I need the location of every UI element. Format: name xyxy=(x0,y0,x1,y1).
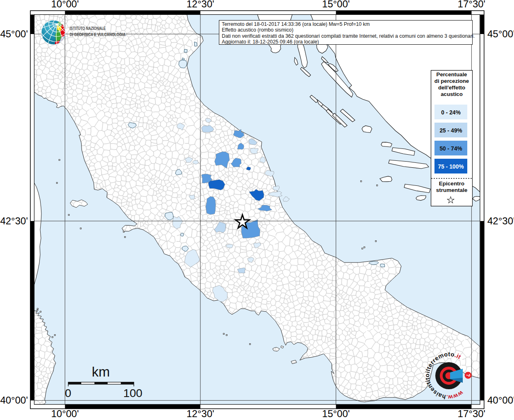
svg-text:15°00': 15°00' xyxy=(322,0,350,9)
svg-text:Effetto acustico (rombo sismic: Effetto acustico (rombo sismico) xyxy=(222,27,293,33)
svg-text:42°30': 42°30' xyxy=(0,215,28,226)
svg-text:40°00': 40°00' xyxy=(0,395,28,406)
svg-text:Dati non verificati estratti d: Dati non verificati estratti da 362 ques… xyxy=(222,33,475,39)
svg-text:15°00': 15°00' xyxy=(322,408,350,419)
svg-text:0: 0 xyxy=(65,387,71,399)
svg-text:dell'effetto: dell'effetto xyxy=(438,84,465,91)
svg-text:km: km xyxy=(92,364,110,379)
svg-text:Epicentro: Epicentro xyxy=(439,180,464,187)
svg-text:di percezione: di percezione xyxy=(434,78,469,84)
svg-text:40°00': 40°00' xyxy=(487,395,514,406)
svg-text:50 - 74%: 50 - 74% xyxy=(439,146,462,152)
svg-text:0 - 24%: 0 - 24% xyxy=(441,110,461,116)
svg-text:ISTITUTO NAZIONALE: ISTITUTO NAZIONALE xyxy=(70,26,106,31)
svg-text:10°00': 10°00' xyxy=(51,408,79,419)
svg-text:12°30': 12°30' xyxy=(186,408,214,419)
svg-text:45°00': 45°00' xyxy=(0,28,28,39)
svg-text:12°30': 12°30' xyxy=(186,0,214,9)
svg-text:strumentale: strumentale xyxy=(436,187,468,193)
svg-text:DI GEOFISICA E VULCANOLOGIA: DI GEOFISICA E VULCANOLOGIA xyxy=(70,32,125,37)
svg-text:acustico: acustico xyxy=(441,91,463,97)
svg-text:Aggiornato il: 18-12-2025 09:4: Aggiornato il: 18-12-2025 09:46 (ora loc… xyxy=(222,39,319,45)
svg-text:45°00': 45°00' xyxy=(487,28,514,39)
svg-text:17°30': 17°30' xyxy=(458,0,486,9)
svg-text:100: 100 xyxy=(123,387,143,399)
svg-text:?: ? xyxy=(465,374,471,377)
svg-text:10°00': 10°00' xyxy=(51,0,79,9)
svg-text:75 - 100%: 75 - 100% xyxy=(438,164,464,170)
svg-text:Percentuale: Percentuale xyxy=(437,71,467,78)
svg-text:42°30': 42°30' xyxy=(487,215,514,226)
svg-text:17°30': 17°30' xyxy=(458,408,486,419)
svg-text:Terremoto del 18-01-2017 14:33: Terremoto del 18-01-2017 14:33:36 (ora l… xyxy=(222,21,370,27)
svg-text:25 - 49%: 25 - 49% xyxy=(439,128,462,134)
